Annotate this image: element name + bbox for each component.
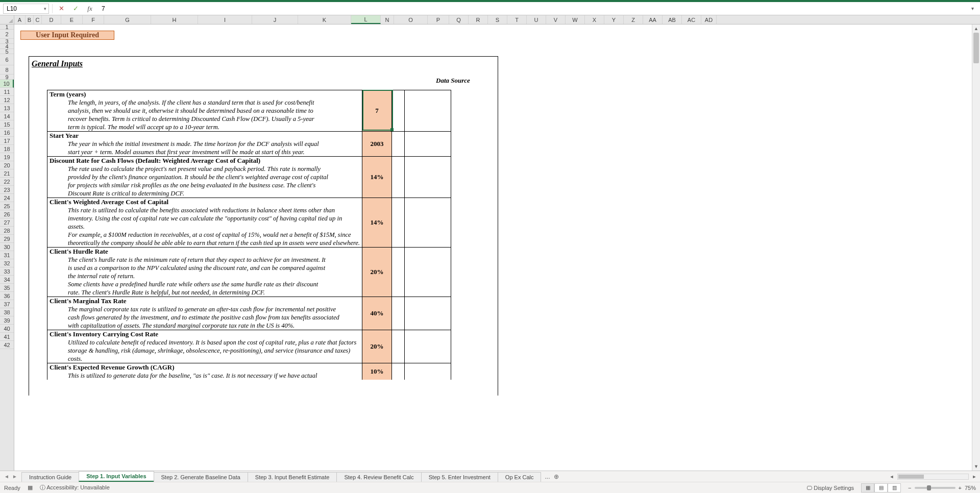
zoom-thumb[interactable] — [927, 485, 931, 490]
row-header-8[interactable]: 8 — [0, 65, 14, 75]
accessibility-status[interactable]: ⓘ Accessibility: Unavailable — [40, 484, 110, 491]
data-source-cell[interactable] — [404, 132, 451, 156]
row-header-37[interactable]: 37 — [0, 300, 14, 308]
col-header-C[interactable]: C — [34, 15, 42, 24]
row-header-1[interactable]: 1 — [0, 24, 14, 30]
data-source-cell[interactable] — [404, 330, 451, 363]
row-header-28[interactable]: 28 — [0, 227, 14, 235]
input-value-cell[interactable]: 20% — [362, 330, 392, 363]
col-header-H[interactable]: H — [151, 15, 198, 24]
zoom-slider[interactable] — [915, 487, 955, 489]
vertical-scrollbar[interactable]: ▲ ▼ — [972, 24, 980, 471]
hscroll-left-icon[interactable]: ◄ — [888, 473, 895, 480]
col-header-U[interactable]: U — [527, 15, 546, 24]
hscroll-right-icon[interactable]: ► — [971, 473, 978, 480]
row-header-19[interactable]: 19 — [0, 153, 14, 161]
scroll-down-icon[interactable]: ▼ — [972, 462, 980, 471]
row-header-13[interactable]: 13 — [0, 104, 14, 112]
col-header-A[interactable]: A — [14, 15, 26, 24]
row-header-5[interactable]: 5 — [0, 49, 14, 54]
data-source-cell[interactable] — [404, 248, 451, 297]
col-header-B[interactable]: B — [26, 15, 34, 24]
row-header-24[interactable]: 24 — [0, 194, 14, 202]
row-header-34[interactable]: 34 — [0, 276, 14, 284]
row-header-23[interactable]: 23 — [0, 186, 14, 194]
row-header-35[interactable]: 35 — [0, 284, 14, 292]
view-normal-icon[interactable]: ▦ — [861, 483, 874, 492]
row-header-15[interactable]: 15 — [0, 120, 14, 129]
row-header-12[interactable]: 12 — [0, 96, 14, 104]
row-header-30[interactable]: 30 — [0, 243, 14, 251]
data-source-cell[interactable] — [404, 198, 451, 247]
hscroll-thumb[interactable] — [898, 475, 924, 479]
input-value-cell[interactable]: 10% — [362, 363, 392, 380]
col-header-S[interactable]: S — [488, 15, 507, 24]
col-header-O[interactable]: O — [394, 15, 428, 24]
col-header-Z[interactable]: Z — [624, 15, 643, 24]
col-header-F[interactable]: F — [83, 15, 104, 24]
col-header-AB[interactable]: AB — [663, 15, 682, 24]
sheet-tab[interactable]: Step 1. Input Variables — [79, 471, 154, 482]
macro-icon[interactable]: ▦ — [28, 484, 33, 491]
tabs-more[interactable]: ... — [545, 473, 550, 480]
col-header-G[interactable]: G — [104, 15, 151, 24]
data-source-cell[interactable] — [404, 363, 451, 380]
row-header-18[interactable]: 18 — [0, 145, 14, 153]
col-header-X[interactable]: X — [585, 15, 604, 24]
row-header-27[interactable]: 27 — [0, 218, 14, 227]
data-source-cell[interactable] — [404, 90, 451, 131]
row-header-21[interactable]: 21 — [0, 169, 14, 178]
row-header-10[interactable]: 10 — [0, 80, 14, 88]
select-all-corner[interactable] — [0, 15, 14, 24]
col-header-AA[interactable]: AA — [643, 15, 663, 24]
col-header-I[interactable]: I — [198, 15, 252, 24]
input-value-cell[interactable]: 2003 — [362, 132, 392, 156]
col-header-D[interactable]: D — [42, 15, 61, 24]
col-header-T[interactable]: T — [507, 15, 527, 24]
row-header-2[interactable]: 2 — [0, 30, 14, 39]
input-value-cell[interactable]: 7 — [362, 90, 392, 131]
row-header-33[interactable]: 33 — [0, 267, 14, 276]
sheet-tab[interactable]: Step 2. Generate Baseline Data — [154, 472, 248, 482]
col-header-J[interactable]: J — [252, 15, 298, 24]
row-header-22[interactable]: 22 — [0, 178, 14, 186]
row-header-39[interactable]: 39 — [0, 316, 14, 325]
col-header-N[interactable]: N — [381, 15, 394, 24]
sheet-tab[interactable]: Step 5. Enter Investment — [421, 472, 498, 482]
data-source-cell[interactable] — [404, 297, 451, 330]
zoom-level[interactable]: 75% — [965, 485, 976, 491]
scroll-track[interactable] — [972, 33, 980, 462]
col-header-K[interactable]: K — [298, 15, 351, 24]
row-header-29[interactable]: 29 — [0, 235, 14, 243]
view-page-layout-icon[interactable]: ▤ — [874, 483, 888, 492]
row-header-26[interactable]: 26 — [0, 210, 14, 218]
zoom-out-icon[interactable]: − — [908, 485, 911, 491]
input-value-cell[interactable]: 40% — [362, 297, 392, 330]
sheet-tab[interactable]: Step 3. Input Benefit Estimate — [248, 472, 337, 482]
sheet-tab[interactable]: Instruction Guide — [21, 472, 79, 482]
row-header-17[interactable]: 17 — [0, 137, 14, 145]
col-header-P[interactable]: P — [428, 15, 449, 24]
row-header-16[interactable]: 16 — [0, 129, 14, 137]
col-header-Q[interactable]: Q — [449, 15, 469, 24]
col-header-AC[interactable]: AC — [682, 15, 701, 24]
col-header-E[interactable]: E — [61, 15, 83, 24]
cancel-icon[interactable]: ✕ — [56, 4, 67, 14]
col-header-Y[interactable]: Y — [604, 15, 624, 24]
row-header-25[interactable]: 25 — [0, 202, 14, 210]
row-header-11[interactable]: 11 — [0, 88, 14, 96]
zoom-in-icon[interactable]: + — [959, 485, 962, 491]
sheet-tab[interactable]: Step 4. Review Benefit Calc — [336, 472, 421, 482]
row-header-38[interactable]: 38 — [0, 308, 14, 316]
row-header-41[interactable]: 41 — [0, 333, 14, 341]
name-box[interactable]: L10 — [3, 4, 49, 14]
row-header-9[interactable]: 9 — [0, 75, 14, 80]
view-page-break-icon[interactable]: ▥ — [888, 483, 901, 492]
row-header-40[interactable]: 40 — [0, 325, 14, 333]
col-header-V[interactable]: V — [546, 15, 566, 24]
col-header-W[interactable]: W — [566, 15, 585, 24]
data-source-cell[interactable] — [404, 157, 451, 198]
row-header-36[interactable]: 36 — [0, 292, 14, 300]
row-header-20[interactable]: 20 — [0, 161, 14, 169]
enter-icon[interactable]: ✓ — [70, 4, 81, 14]
